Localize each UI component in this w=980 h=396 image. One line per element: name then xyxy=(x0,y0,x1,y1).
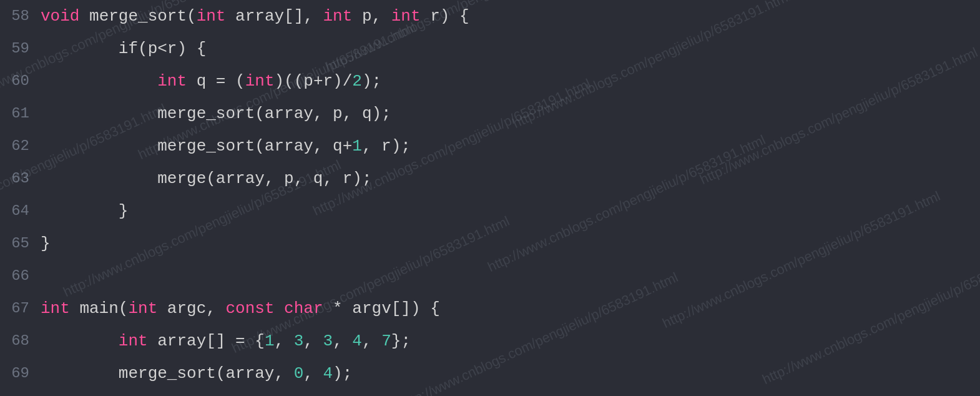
token: 1 xyxy=(265,332,275,350)
line-number: 63 xyxy=(6,162,41,195)
line-number: 67 xyxy=(6,292,41,325)
code-line: 64 } xyxy=(6,195,980,227)
code-line: 70 cout << reversed_count << endl; xyxy=(6,390,980,396)
code-line: 58void merge_sort(int array[], int p, in… xyxy=(6,0,980,32)
token: int xyxy=(157,72,187,91)
token: 2 xyxy=(352,72,362,91)
token: ); xyxy=(333,364,352,383)
code-line: 60 int q = (int)((p+r)/2); xyxy=(6,65,980,97)
code-line: 65} xyxy=(6,227,980,260)
code-line: 63 merge(array, p, q, r); xyxy=(6,162,980,195)
line-content: merge_sort(array, 0, 4); xyxy=(41,357,980,390)
line-content: merge_sort(array, q+1, r); xyxy=(41,130,980,162)
code-line: 62 merge_sort(array, q+1, r); xyxy=(6,130,980,162)
token: 4 xyxy=(352,332,362,350)
token xyxy=(41,332,119,350)
token: 7 xyxy=(381,332,391,350)
token: int xyxy=(197,7,226,26)
token: , xyxy=(274,332,293,350)
token: ); xyxy=(362,72,381,91)
token: , xyxy=(333,332,352,350)
token: 3 xyxy=(294,332,304,350)
token xyxy=(274,299,284,318)
token: , xyxy=(303,332,323,350)
line-content: int q = (int)((p+r)/2); xyxy=(41,65,980,97)
token: const xyxy=(225,299,274,318)
token: merge_sort(array, xyxy=(41,364,294,383)
token: } xyxy=(41,202,128,220)
token: 0 xyxy=(294,364,304,383)
token: , xyxy=(303,364,323,383)
line-content: } xyxy=(41,195,980,227)
code-line: 69 merge_sort(array, 0, 4); xyxy=(6,357,980,390)
code-line: 66 xyxy=(6,260,980,292)
token: char xyxy=(284,299,323,318)
token: int xyxy=(323,7,353,26)
line-number: 68 xyxy=(6,325,41,357)
token: }; xyxy=(391,332,411,350)
code-line: 68 int array[] = {1, 3, 3, 4, 7}; xyxy=(6,325,980,357)
token: 3 xyxy=(323,332,333,350)
line-number: 70 xyxy=(6,390,41,396)
line-content: int array[] = {1, 3, 3, 4, 7}; xyxy=(41,325,980,357)
token: argc, xyxy=(157,299,225,318)
line-content: int main(int argc, const char * argv[]) … xyxy=(41,292,980,325)
line-number: 61 xyxy=(6,97,41,130)
line-content: cout << reversed_count << endl; xyxy=(41,390,980,396)
line-content: void merge_sort(int array[], int p, int … xyxy=(41,0,980,32)
token: , r); xyxy=(362,137,411,156)
token: * argv[]) { xyxy=(323,299,440,318)
token: if(p<r) { xyxy=(41,39,206,58)
line-number: 59 xyxy=(6,32,41,65)
token: merge(array, p, q, r); xyxy=(41,169,372,188)
token: merge_sort( xyxy=(79,7,196,26)
token: p, xyxy=(352,7,391,26)
token: merge_sort(array, p, q); xyxy=(41,104,391,123)
token: r) { xyxy=(421,7,469,26)
token: array[], xyxy=(225,7,323,26)
token: )((p+r)/ xyxy=(274,72,352,91)
token: main( xyxy=(70,299,129,318)
token: , xyxy=(362,332,381,350)
line-number: 69 xyxy=(6,357,41,390)
line-number: 58 xyxy=(6,0,41,32)
token xyxy=(41,72,157,91)
token: } xyxy=(41,234,51,253)
code-line: 59 if(p<r) { xyxy=(6,32,980,65)
code-line: 67int main(int argc, const char * argv[]… xyxy=(6,292,980,325)
token: int xyxy=(128,299,157,318)
line-number: 60 xyxy=(6,65,41,97)
line-content: if(p<r) { xyxy=(41,32,980,65)
token: 1 xyxy=(352,137,362,156)
token: void xyxy=(41,7,79,26)
line-number: 62 xyxy=(6,130,41,162)
line-content: merge(array, p, q, r); xyxy=(41,162,980,195)
token: int xyxy=(245,72,275,91)
token: q = ( xyxy=(187,72,245,91)
token: int xyxy=(41,299,70,318)
token: array[] = { xyxy=(148,332,265,350)
line-content: } xyxy=(41,227,980,260)
line-number: 64 xyxy=(6,195,41,227)
line-number: 66 xyxy=(6,260,41,292)
token: int xyxy=(391,7,421,26)
token: int xyxy=(119,332,148,350)
token: 4 xyxy=(323,364,333,383)
line-content: merge_sort(array, p, q); xyxy=(41,97,980,130)
code-line: 61 merge_sort(array, p, q); xyxy=(6,97,980,130)
token: merge_sort(array, q+ xyxy=(41,137,352,156)
line-number: 65 xyxy=(6,227,41,260)
code-block: 58void merge_sort(int array[], int p, in… xyxy=(0,0,980,396)
